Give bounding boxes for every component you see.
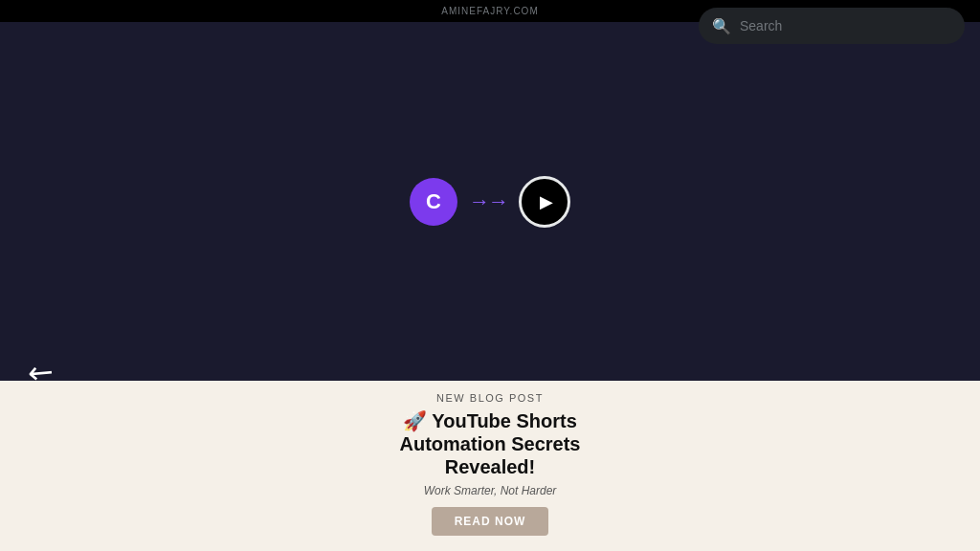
search-icon: 🔍 [712,17,731,35]
card-visual-area: C →→ ↙ [298,172,667,174]
search-bar: 🔍 [699,8,965,44]
main-content: ← Amine Fajry 19 posts 0 Following 0 Fol… [234,0,683,551]
tweet-card[interactable]: AMINEFAJRY.COM C →→ ↙ NEW BLOG POST [298,172,667,174]
card-dark-bg: AMINEFAJRY.COM C →→ ↙ NEW BLOG POST [298,172,667,174]
search-input[interactable] [699,8,965,44]
tweet-body: Amine Fajry @amine_fajry · 11s Promote ·… [298,118,667,212]
tweet-item: AF Amine Fajry @amine_fajry · 11s Promot… [234,106,682,225]
